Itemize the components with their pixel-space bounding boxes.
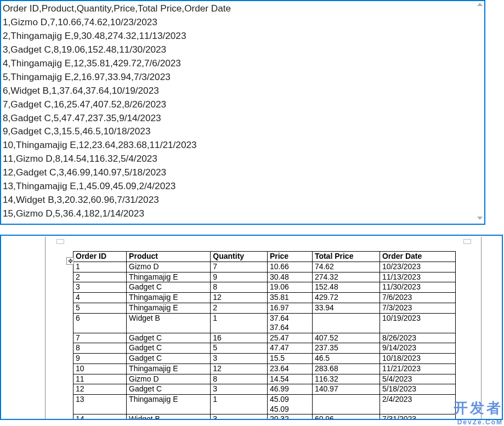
table-cell[interactable]: Thingamajig E — [127, 293, 211, 303]
table-row[interactable]: 3Gadget C819.06152.4811/30/2023 — [73, 282, 456, 293]
table-cell[interactable]: 11/21/2023 — [380, 363, 455, 374]
table-cell[interactable]: 47.47 — [267, 343, 312, 354]
table-cell[interactable]: 283.68 — [312, 363, 380, 374]
table-cell[interactable]: 19.06 — [267, 282, 312, 293]
word-document-pane[interactable]: ✥ Order IDProductQuantityPriceTotal Pric… — [0, 235, 503, 420]
table-cell[interactable]: 16.97 — [267, 303, 312, 313]
table-header-cell[interactable]: Total Price — [312, 252, 380, 262]
table-cell[interactable]: Gadget C — [127, 343, 211, 354]
table-cell[interactable]: 74.62 — [312, 262, 380, 272]
table-cell[interactable]: 8 — [211, 282, 268, 293]
table-cell[interactable]: Widget B — [127, 313, 211, 333]
table-cell[interactable]: Gadget C — [127, 282, 211, 293]
table-cell[interactable]: 5 — [211, 343, 268, 354]
table-row[interactable]: 9Gadget C315.546.510/18/2023 — [73, 354, 456, 364]
table-cell[interactable]: 45.0945.09 — [267, 395, 312, 414]
table-cell[interactable]: 2 — [211, 303, 268, 313]
table-header-cell[interactable]: Order Date — [380, 252, 455, 262]
data-table[interactable]: Order IDProductQuantityPriceTotal PriceO… — [73, 251, 456, 420]
table-cell[interactable] — [312, 395, 380, 414]
table-cell[interactable]: 3 — [73, 282, 127, 293]
table-cell[interactable]: 10 — [73, 363, 127, 374]
table-cell[interactable]: 30.48 — [267, 272, 312, 282]
table-cell[interactable]: 3 — [211, 384, 268, 395]
table-cell[interactable]: Gizmo D — [127, 374, 211, 384]
table-cell[interactable]: 5/18/2023 — [380, 384, 455, 395]
table-cell[interactable]: 9 — [211, 272, 268, 282]
table-cell[interactable]: 2/4/2023 — [380, 395, 455, 414]
table-cell[interactable]: 8/26/2023 — [380, 333, 455, 343]
table-move-handle-icon[interactable]: ✥ — [66, 257, 74, 265]
table-cell[interactable]: 152.48 — [312, 282, 380, 293]
table-cell[interactable]: 5 — [73, 303, 127, 313]
table-cell[interactable]: Widget B — [127, 414, 211, 420]
table-header-cell[interactable]: Order ID — [73, 252, 127, 262]
table-cell[interactable]: 14 — [73, 414, 127, 420]
table-cell[interactable]: Gizmo D — [127, 262, 211, 272]
table-row[interactable]: 1Gizmo D710.6674.6210/23/2023 — [73, 262, 456, 272]
table-cell[interactable]: 9/14/2023 — [380, 343, 455, 354]
table-cell[interactable]: 7 — [73, 333, 127, 343]
table-cell[interactable]: 14.54 — [267, 374, 312, 384]
table-cell[interactable]: 8 — [73, 343, 127, 354]
table-cell[interactable]: 11 — [73, 374, 127, 384]
table-cell[interactable]: 1 — [211, 395, 268, 414]
table-cell[interactable]: 7 — [211, 262, 268, 272]
table-cell[interactable]: 25.47 — [267, 333, 312, 343]
table-row[interactable]: 11Gizmo D814.54116.325/4/2023 — [73, 374, 456, 384]
table-cell[interactable]: 9 — [73, 354, 127, 364]
table-row[interactable]: 14Widget B320.3260.967/31/2023 — [73, 414, 456, 420]
table-cell[interactable]: 1 — [73, 262, 127, 272]
table-header-cell[interactable]: Price — [267, 252, 312, 262]
table-cell[interactable]: Gadget C — [127, 384, 211, 395]
table-cell[interactable]: Gadget C — [127, 354, 211, 364]
table-cell[interactable]: 46.99 — [267, 384, 312, 395]
table-row[interactable]: 8Gadget C547.47237.359/14/2023 — [73, 343, 456, 354]
table-cell[interactable]: 20.32 — [267, 414, 312, 420]
table-cell[interactable]: Thingamajig E — [127, 395, 211, 414]
table-cell[interactable]: 140.97 — [312, 384, 380, 395]
table-cell[interactable]: 3 — [211, 354, 268, 364]
table-cell[interactable]: 116.32 — [312, 374, 380, 384]
table-cell[interactable]: 5/4/2023 — [380, 374, 455, 384]
table-cell[interactable]: Thingamajig E — [127, 363, 211, 374]
table-cell[interactable]: 33.94 — [312, 303, 380, 313]
table-header-cell[interactable]: Quantity — [211, 252, 268, 262]
table-row[interactable]: 10Thingamajig E1223.64283.6811/21/2023 — [73, 363, 456, 374]
table-cell[interactable]: 60.96 — [312, 414, 380, 420]
table-cell[interactable]: 12 — [211, 293, 268, 303]
table-cell[interactable]: 7/3/2023 — [380, 303, 455, 313]
table-cell[interactable]: 8 — [211, 374, 268, 384]
table-cell[interactable] — [312, 313, 380, 333]
table-cell[interactable]: 11/13/2023 — [380, 272, 455, 282]
table-cell[interactable]: 6 — [73, 313, 127, 333]
table-cell[interactable]: 237.35 — [312, 343, 380, 354]
scroll-up-arrow-icon[interactable] — [477, 3, 483, 8]
table-row[interactable]: 7Gadget C1625.47407.528/26/2023 — [73, 333, 456, 343]
table-row[interactable]: 13Thingamajig E145.0945.092/4/2023 — [73, 395, 456, 414]
table-cell[interactable]: 10/18/2023 — [380, 354, 455, 364]
table-cell[interactable]: 16 — [211, 333, 268, 343]
table-row[interactable]: 5Thingamajig E216.9733.947/3/2023 — [73, 303, 456, 313]
table-cell[interactable]: 35.81 — [267, 293, 312, 303]
table-row[interactable]: 6Widget B137.6437.6410/19/2023 — [73, 313, 456, 333]
table-cell[interactable]: Thingamajig E — [127, 303, 211, 313]
table-cell[interactable]: 12 — [211, 363, 268, 374]
table-row[interactable]: 12Gadget C346.99140.975/18/2023 — [73, 384, 456, 395]
csv-textarea[interactable]: Order ID,Product,Quantity,Price,Total Pr… — [0, 0, 485, 225]
document-page[interactable]: ✥ Order IDProductQuantityPriceTotal Pric… — [45, 237, 482, 420]
table-cell[interactable]: 10/19/2023 — [380, 313, 455, 333]
table-cell[interactable]: 12 — [73, 384, 127, 395]
table-cell[interactable]: 407.52 — [312, 333, 380, 343]
table-cell[interactable]: Gadget C — [127, 333, 211, 343]
table-cell[interactable]: 23.64 — [267, 363, 312, 374]
table-cell[interactable]: 4 — [73, 293, 127, 303]
table-cell[interactable]: 13 — [73, 395, 127, 414]
table-cell[interactable]: 10/23/2023 — [380, 262, 455, 272]
table-cell[interactable]: 2 — [73, 272, 127, 282]
table-row[interactable]: 4Thingamajig E1235.81429.727/6/2023 — [73, 293, 456, 303]
table-cell[interactable]: 46.5 — [312, 354, 380, 364]
table-cell[interactable]: 7/31/2023 — [380, 414, 455, 420]
table-cell[interactable]: 10.66 — [267, 262, 312, 272]
scroll-down-arrow-icon[interactable] — [477, 217, 483, 222]
